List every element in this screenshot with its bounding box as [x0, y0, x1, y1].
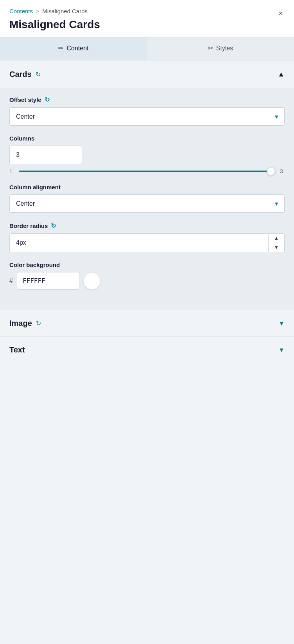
column-alignment-label: Column alignment — [9, 184, 285, 190]
slider-max-label: 3 — [280, 168, 285, 174]
columns-field: Columns 1 3 — [9, 135, 285, 174]
text-title-row: Text — [9, 345, 25, 354]
cards-chevron-icon: ▲ — [278, 70, 285, 78]
breadcrumb-separator: > — [36, 8, 39, 14]
breadcrumb: Contents > Misaligned Cards — [9, 8, 285, 14]
text-section-header[interactable]: Text ▼ — [0, 337, 294, 363]
image-section-title: Image — [9, 319, 32, 328]
header: Contents > Misaligned Cards Misaligned C… — [0, 0, 294, 37]
slider-min-label: 1 — [9, 168, 14, 174]
text-section: Text ▼ — [0, 336, 294, 363]
breadcrumb-contents-link[interactable]: Contents — [9, 8, 33, 14]
tabs-bar: ✏ Content ✂ Styles — [0, 37, 294, 60]
hash-label: # — [9, 278, 13, 285]
scissors-icon: ✂ — [208, 44, 213, 52]
stepper-down-button[interactable]: ▼ — [269, 243, 284, 252]
cards-refresh-icon[interactable]: ↻ — [36, 71, 41, 78]
image-chevron-icon: ▼ — [278, 320, 285, 327]
pencil-icon: ✏ — [58, 44, 63, 52]
tab-styles[interactable]: ✂ Styles — [147, 37, 294, 60]
stepper-buttons: ▲ ▼ — [268, 233, 285, 252]
border-radius-field: Border radius ↻ ▲ ▼ — [9, 222, 285, 252]
offset-style-select-wrapper: Center Left Right None ▼ — [9, 107, 285, 126]
tab-content-label: Content — [66, 45, 88, 52]
column-alignment-field: Column alignment Center Left Right ▼ — [9, 184, 285, 213]
offset-style-refresh-icon[interactable]: ↻ — [45, 96, 50, 103]
close-button[interactable]: × — [277, 8, 285, 19]
columns-slider-container: 1 3 — [9, 168, 285, 174]
cards-section: Cards ↻ ▲ Offset style ↻ Center Left Rig… — [0, 60, 294, 310]
text-section-title: Text — [9, 345, 25, 354]
color-row: # — [9, 272, 285, 290]
offset-style-field: Offset style ↻ Center Left Right None ▼ — [9, 96, 285, 126]
column-alignment-select-wrapper: Center Left Right ▼ — [9, 194, 285, 213]
border-radius-stepper: ▲ ▼ — [9, 233, 285, 252]
tab-styles-label: Styles — [216, 45, 233, 52]
cards-section-title: Cards — [9, 70, 32, 79]
image-section-header[interactable]: Image ↻ ▼ — [0, 310, 294, 336]
columns-slider[interactable] — [19, 171, 275, 172]
color-background-label: Color background — [9, 262, 285, 268]
border-radius-label: Border radius ↻ — [9, 222, 285, 229]
stepper-up-button[interactable]: ▲ — [269, 234, 284, 243]
breadcrumb-current: Misaligned Cards — [42, 8, 88, 14]
image-title-row: Image ↻ — [9, 319, 41, 328]
cards-title-row: Cards ↻ — [9, 70, 41, 79]
image-section: Image ↻ ▼ — [0, 310, 294, 336]
columns-input[interactable] — [9, 146, 82, 164]
cards-section-content: Offset style ↻ Center Left Right None ▼ … — [0, 88, 294, 310]
column-alignment-select[interactable]: Center Left Right — [9, 194, 285, 213]
cards-section-header[interactable]: Cards ↻ ▲ — [0, 60, 294, 88]
tab-content[interactable]: ✏ Content — [0, 37, 147, 60]
border-radius-input[interactable] — [9, 233, 268, 252]
color-background-field: Color background # — [9, 262, 285, 290]
page-title: Misaligned Cards — [9, 18, 285, 31]
offset-style-label: Offset style ↻ — [9, 96, 285, 103]
columns-label: Columns — [9, 135, 285, 142]
color-swatch[interactable] — [83, 272, 100, 290]
text-chevron-icon: ▼ — [278, 347, 285, 354]
offset-style-select[interactable]: Center Left Right None — [9, 107, 285, 126]
image-refresh-icon[interactable]: ↻ — [36, 320, 41, 327]
border-radius-refresh-icon[interactable]: ↻ — [51, 222, 56, 229]
color-hex-input[interactable] — [17, 272, 79, 290]
panel: Contents > Misaligned Cards Misaligned C… — [0, 0, 294, 644]
